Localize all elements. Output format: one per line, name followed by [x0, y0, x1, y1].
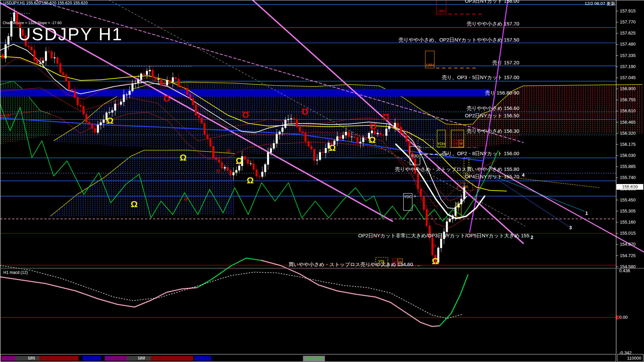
- macd-pink-2: [262, 260, 440, 326]
- level-annotation: OP2日NYカット 156.50: [465, 113, 519, 119]
- wave-count-label: 3: [569, 225, 572, 230]
- omega-sell-marker: Ω: [242, 110, 249, 120]
- level-annotation: 売りやや小さめ 156.60: [467, 105, 519, 112]
- symbol-title: USDJPY,H1 155.620 155.620 155.620 155.62…: [3, 1, 88, 5]
- price-axis-label: 156.610: [620, 108, 636, 113]
- omega-sell-marker: Ω: [382, 112, 389, 122]
- marker-box-label: YDO: [411, 154, 419, 158]
- wave-count-label: 4: [522, 172, 525, 178]
- level-annotation: 売りやや小さめ 157.70: [467, 21, 519, 27]
- price-axis-label: 155.740: [620, 175, 636, 180]
- session-bar-segment: [105, 356, 127, 361]
- price-axis-label: 156.465: [620, 120, 636, 125]
- macd-pink-1: [0, 277, 197, 307]
- price-axis-label: 157.625: [620, 31, 636, 36]
- price-axis-label: 155.015: [620, 231, 636, 236]
- price-axis-label: 157.915: [620, 8, 636, 13]
- session-bar-segment: [151, 356, 193, 361]
- chart-watermark: USDJPY H1: [18, 24, 123, 44]
- date-axis-label: 12/2: [138, 356, 145, 360]
- price-axis-label: 157.045: [620, 75, 636, 80]
- level-annotation: 売り 157.20: [492, 60, 519, 66]
- mt4-chart-window: ΩΩΩΩΩΩΩΩΩΩΩΩΩ⊘⊘⊘⊘⊘⊘⊘⊘+ LMHLWHYDHMWYDOYDC…: [0, 0, 644, 362]
- omega-buy-marker: Ω: [369, 135, 376, 145]
- level-annotation: OP4日NYカット 155.70: [465, 174, 519, 180]
- marker-box-label: LMH: [437, 9, 445, 13]
- macd-scale-bottom: -0.342: [619, 350, 632, 355]
- omega-sell-marker: Ω: [370, 121, 377, 131]
- omega-sell-marker: Ω: [302, 107, 309, 117]
- macd-signal: [0, 265, 462, 318]
- level-annotation: 売り、OP2・8日NYカット 156.00: [442, 150, 519, 157]
- session-bar-segment: [15, 356, 39, 361]
- ichimoku-clouds: [0, 81, 642, 216]
- date-axis-label: 12/1: [28, 356, 35, 360]
- session-bar-segment: [195, 356, 211, 361]
- chart-canvas[interactable]: ΩΩΩΩΩΩΩΩΩΩΩΩΩ⊘⊘⊘⊘⊘⊘⊘⊘+ LMHLWHYDHMWYDOYDC…: [0, 0, 644, 362]
- price-axis-label: 155.885: [620, 164, 636, 169]
- level-annotation: OP2日NYカット非常に大きめ/OP3日NYカット/OP5日NYカット大きめ 1…: [358, 233, 529, 239]
- level-annotation: 売りやや小さめ 156.30: [467, 128, 519, 134]
- price-axis-label: 155.305: [620, 208, 636, 214]
- cross-marker: +: [414, 193, 416, 199]
- marker-box-label: LWH: [426, 63, 434, 67]
- level-annotation: OP3日NYカット 158.00: [465, 0, 519, 4]
- price-axis-label: 154.870: [620, 242, 636, 247]
- macd-scale-zero: 0.00: [619, 315, 628, 320]
- level-annotation: 買いやや小さめ・ストップロス売りやや大きめ 154.60: [288, 261, 413, 268]
- price-axis-label: 156.755: [620, 97, 636, 102]
- price-axis-label: 157.770: [620, 19, 636, 24]
- circle-slash-marker: ⊘: [34, 56, 38, 62]
- wave-count-label: 2: [531, 235, 533, 240]
- macd-indicator-label: H1 macd (12): [3, 270, 28, 275]
- level-annotation: 売りやや小さめ、OP2日NYカットやや小さめ 157.50: [398, 37, 519, 43]
- macd-scale-top: 0.436: [619, 268, 630, 273]
- macd-green-2: [440, 275, 468, 326]
- omega-buy-marker: Ω: [131, 199, 138, 209]
- omega-buy-marker: Ω: [329, 143, 336, 153]
- level-annotation: 売り 156.80-90: [485, 90, 519, 96]
- session-bar-segment: [1, 356, 15, 361]
- marker-box-label: M: [455, 141, 458, 145]
- macd-toggle-button[interactable]: macd ON: [303, 356, 325, 362]
- marker-box-label: W: [460, 141, 463, 145]
- price-axis-label: 157.335: [620, 53, 636, 58]
- marker-box-label: D: [458, 204, 460, 208]
- price-axis-label: 156.900: [620, 86, 636, 91]
- omega-buy-marker: Ω: [247, 175, 254, 185]
- marker-box-label: YDC: [404, 195, 412, 199]
- marker-box-label: YDH: [437, 142, 445, 146]
- price-axis-label: 156.175: [620, 142, 636, 147]
- session-bar-segment: [39, 356, 78, 361]
- circle-slash-marker: ⊘: [1, 113, 5, 119]
- price-axis-label: 155.595: [620, 186, 636, 191]
- session-bar-segment: [83, 356, 101, 361]
- macd-green-1: [197, 258, 262, 288]
- circle-slash-marker: ⊘: [432, 243, 436, 248]
- price-axis-label: 155.450: [620, 197, 636, 202]
- price-axis-label: 157.480: [620, 42, 636, 47]
- circle-slash-marker: ⊘: [184, 196, 188, 202]
- circle-slash-marker: ⊘: [40, 56, 44, 62]
- price-axis-label: 155.160: [620, 220, 636, 225]
- omega-buy-marker: Ω: [432, 256, 439, 266]
- circle-slash-marker: ⊘: [216, 168, 220, 174]
- price-axis-label: 156.320: [620, 131, 636, 136]
- omega-sell-marker: Ω: [163, 94, 170, 104]
- price-axis-label: 156.030: [620, 153, 636, 158]
- macd-lines: [0, 258, 619, 326]
- price-axis-label: 154.725: [620, 253, 636, 258]
- level-annotation: 売り、OP3・5日NYカット 157.00: [442, 74, 519, 81]
- circle-slash-marker: ⊘: [226, 148, 231, 154]
- updated-timestamp: 12/2 06:07 更新: [585, 1, 615, 7]
- level-annotation: 売りやや小さめ・ストップロス買いやや小さめ 155.80: [395, 166, 519, 173]
- circle-slash-marker: ⊘: [6, 113, 10, 119]
- omega-buy-marker: Ω: [180, 153, 187, 163]
- marker-box-label: LWL: [462, 185, 469, 189]
- volume-value: 110000: [627, 356, 641, 361]
- omega-buy-marker: Ω: [107, 116, 114, 126]
- wave-count-label: 1: [585, 210, 588, 216]
- omega-buy-marker: Ω: [236, 156, 243, 166]
- price-axis-label: 157.190: [620, 64, 636, 69]
